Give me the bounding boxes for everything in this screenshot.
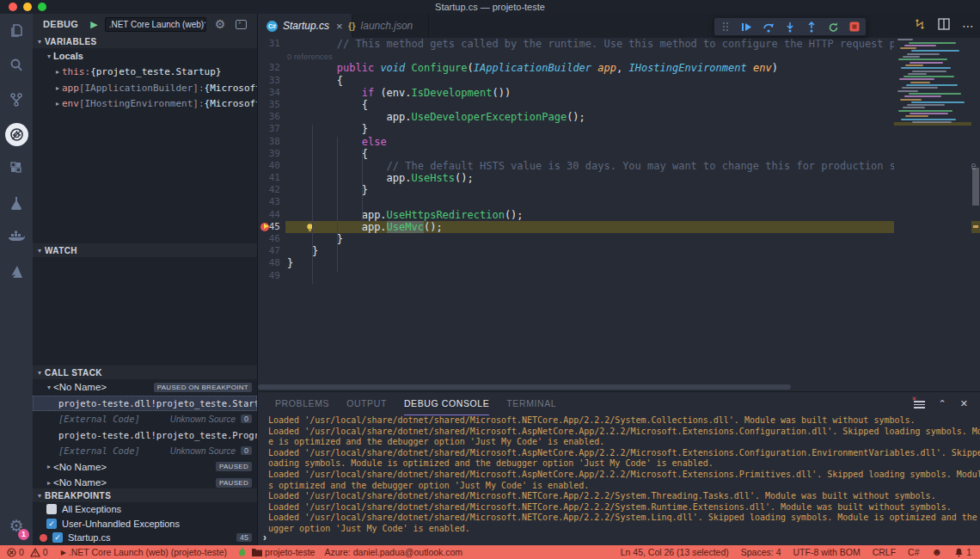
code-line[interactable]: 36 app.UseDeveloperExceptionPage(); <box>258 111 980 123</box>
git-compare-icon[interactable] <box>914 18 926 34</box>
console-line: Loaded '/usr/local/share/dotnet/shared/M… <box>268 502 980 513</box>
debug-icon[interactable] <box>0 117 33 151</box>
callstack-thread[interactable]: ▾<No Name>PAUSED ON BREAKPOINT <box>33 379 257 396</box>
code-line[interactable]: 32 public void Configure(IApplicationBui… <box>258 62 980 74</box>
breakpoints-section-header[interactable]: ▾ BREAKPOINTS <box>33 488 257 502</box>
minimap-bar <box>898 58 947 60</box>
flame-icon[interactable] <box>238 547 246 557</box>
step-out-icon[interactable] <box>804 19 819 34</box>
explorer-icon[interactable] <box>0 14 33 48</box>
callstack-frame[interactable]: projeto-teste.dll!projeto_teste.Program.… <box>33 427 257 444</box>
minimap-bar <box>898 110 952 112</box>
checkbox[interactable] <box>46 504 57 514</box>
encoding-status[interactable]: UTF-8 with BOM <box>793 547 860 557</box>
code-line[interactable]: 35 { <box>258 99 980 111</box>
code-line[interactable]: 31 // This method gets called by the run… <box>258 38 980 50</box>
code-line[interactable]: 0 references <box>258 50 980 62</box>
configure-gear-icon[interactable]: ⚙ <box>215 17 226 31</box>
horizontal-scrollbar-thumb[interactable] <box>258 384 791 390</box>
stop-icon[interactable] <box>847 19 862 34</box>
code-line[interactable]: 41 app.UseHsts(); <box>258 172 980 184</box>
code-line[interactable]: 42 } <box>258 184 980 196</box>
call-stack-section-header[interactable]: ▾ CALL STACK <box>33 366 257 379</box>
step-over-icon[interactable] <box>761 19 776 34</box>
code-line[interactable]: 48} <box>258 257 980 269</box>
continue-icon[interactable] <box>739 19 755 34</box>
editor-scrollbar[interactable] <box>971 38 980 391</box>
code-line[interactable]: 46 } <box>258 233 980 245</box>
language-mode-status[interactable]: C# <box>908 547 919 557</box>
minimap-bar <box>901 119 956 120</box>
code-line[interactable]: 44 app.UseHttpsRedirection(); <box>258 209 980 221</box>
code-line[interactable]: 37 } <box>258 123 980 135</box>
clear-console-icon[interactable] <box>914 399 925 408</box>
eol-status[interactable]: CRLF <box>873 547 896 557</box>
watch-section-header[interactable]: ▾ WATCH <box>33 243 257 257</box>
window-title: Startup.cs — projeto-teste <box>0 2 980 12</box>
docker-icon[interactable] <box>0 220 33 255</box>
minimap-bar <box>905 64 923 66</box>
split-editor-icon[interactable] <box>938 18 950 34</box>
callstack-thread[interactable]: ▸<No Name>PAUSED <box>33 459 257 476</box>
test-beaker-icon[interactable] <box>0 186 33 220</box>
console-input-prompt[interactable]: › <box>263 531 266 544</box>
problems-status[interactable]: 0 0 <box>7 547 48 557</box>
variable-row[interactable]: ▸app [IApplicationBuilder]: {Microsoft.A… <box>33 80 257 96</box>
settings-gear-icon[interactable]: ⚙ 1 <box>0 511 33 540</box>
code-line[interactable]: 43 <box>258 196 980 208</box>
extensions-icon[interactable] <box>0 151 33 186</box>
launch-config-dropdown[interactable]: .NET Core Launch (web) ⇅ <box>105 17 206 32</box>
close-panel-icon[interactable]: ✕ <box>960 398 968 409</box>
maximize-panel-icon[interactable]: ⌃ <box>939 398 946 409</box>
code-line[interactable]: 40 // The default HSTS value is 30 days.… <box>258 160 980 172</box>
checkbox[interactable]: ✓ <box>46 519 57 529</box>
twistie-icon: ▾ <box>38 369 41 377</box>
notifications-bell[interactable]: 1 <box>954 547 971 557</box>
variables-section-header[interactable]: ▾ VARIABLES <box>33 34 257 48</box>
code-line[interactable]: 45 app.UseMvc(); <box>258 221 980 233</box>
callstack-thread[interactable]: ▸<No Name>PAUSED <box>33 475 257 488</box>
breakpoint-row[interactable]: ✓User-Unhandled Exceptions <box>33 517 257 531</box>
open-console-icon[interactable] <box>236 20 247 29</box>
variables-group[interactable]: ▾Locals <box>33 48 257 64</box>
callstack-frame[interactable]: projeto-teste.dll!projeto_teste.Startup.… <box>33 396 257 412</box>
folder-status[interactable]: projeto-teste <box>252 547 315 557</box>
variable-row[interactable]: ▸env [IHostingEnvironment]: {Microsoft.A… <box>33 96 257 113</box>
variable-row[interactable]: ▸this: {projeto_teste.Startup} <box>33 64 257 81</box>
tab-launch-json[interactable]: {} launch.json <box>340 14 429 38</box>
tab-output[interactable]: OUTPUT <box>346 392 387 415</box>
azure-account-status[interactable]: Azure: daniel.padua@outlook.com <box>324 547 462 557</box>
debug-launch-status[interactable]: ▶ .NET Core Launch (web) (projeto-teste) <box>61 547 227 557</box>
start-debug-button[interactable]: ▶ <box>90 19 97 30</box>
code-line[interactable]: 38 else <box>258 136 980 148</box>
checkbox[interactable]: ✓ <box>52 532 63 543</box>
breakpoint-row[interactable]: ✓Startup.cs45 <box>33 531 257 545</box>
breakpoint-row[interactable]: All Exceptions <box>33 502 257 517</box>
code-line[interactable]: 39 { <box>258 148 980 160</box>
azure-icon[interactable] <box>0 255 33 289</box>
code-line[interactable]: 49 <box>258 270 980 282</box>
indentation-status[interactable]: Spaces: 4 <box>741 547 781 557</box>
search-icon[interactable] <box>0 48 33 83</box>
console-line: e is optimized and the debugger option '… <box>268 437 980 448</box>
callstack-external[interactable]: [External Code]Unknown Source0 <box>33 411 257 427</box>
code-line[interactable]: 33 { <box>258 75 980 87</box>
code-editor[interactable]: 31 // This method gets called by the run… <box>258 38 980 391</box>
callstack-external[interactable]: [External Code]Unknown Source0 <box>33 443 257 459</box>
tab-problems[interactable]: PROBLEMS <box>275 392 329 415</box>
source-control-icon[interactable] <box>0 83 33 117</box>
scrollbar-thumb[interactable] <box>972 168 979 206</box>
step-into-icon[interactable] <box>782 19 798 34</box>
toolbar-grip[interactable] <box>718 19 733 34</box>
restart-icon[interactable] <box>825 19 841 34</box>
feedback-smiley-icon[interactable]: ☻ <box>932 546 943 558</box>
minimap[interactable] <box>894 38 971 391</box>
tab-startup-cs[interactable]: C# Startup.cs × <box>258 14 352 38</box>
code-line[interactable]: 34 if (env.IsDevelopment()) <box>258 87 980 99</box>
tab-debug-console[interactable]: DEBUG CONSOLE <box>404 392 489 415</box>
minimap-bar <box>908 73 927 75</box>
code-line[interactable]: 47 } <box>258 245 980 257</box>
more-actions-icon[interactable]: ⋯ <box>962 19 975 33</box>
cursor-position-status[interactable]: Ln 45, Col 26 (13 selected) <box>621 547 729 557</box>
tab-terminal[interactable]: TERMINAL <box>506 392 556 415</box>
